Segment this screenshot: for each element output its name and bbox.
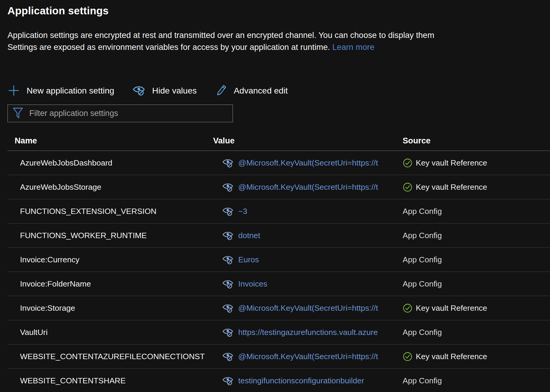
reveal-value-eye-icon [222, 279, 234, 289]
setting-value-link[interactable]: https://testingazurefunctions.vault.azur… [213, 327, 403, 337]
setting-source: Key vault Reference [403, 158, 550, 168]
setting-value-link[interactable]: dotnet [213, 231, 403, 241]
table-row: WEBSITE_CONTENTSHARE testingifunctionsco… [7, 369, 550, 392]
reveal-value-eye-icon [222, 327, 234, 337]
column-header-source: Source [403, 136, 550, 146]
hide-values-eye-icon [133, 85, 146, 96]
table-row: FUNCTIONS_EXTENSION_VERSION ~3 App Confi… [7, 199, 550, 223]
setting-name: Invoice:FolderName [7, 279, 213, 289]
setting-name: AzureWebJobsStorage [7, 183, 213, 192]
description-line-2: Settings are exposed as environment vari… [7, 41, 550, 53]
hide-values-label: Hide values [152, 86, 197, 96]
plus-icon [7, 84, 20, 97]
advanced-edit-label: Advanced edit [234, 86, 288, 96]
reveal-value-eye-icon [222, 158, 234, 168]
keyvault-check-icon [403, 158, 412, 168]
keyvault-check-icon [403, 182, 412, 192]
setting-source-text: Key vault Reference [416, 158, 487, 168]
table-row: VaultUri https://testingazurefunctions.v… [7, 320, 550, 344]
setting-source-text: App Config [403, 255, 442, 264]
description-line-1: Application settings are encrypted at re… [7, 29, 550, 41]
setting-source: App Config [403, 328, 550, 337]
table-row: Invoice:Currency Euros App Config [7, 248, 550, 272]
setting-source: Key vault Reference [403, 352, 550, 362]
setting-source: Key vault Reference [403, 182, 550, 192]
setting-source: App Config [403, 207, 550, 216]
pencil-icon [215, 84, 227, 97]
setting-value-text: @Microsoft.KeyVault(SecretUri=https://t [238, 352, 378, 361]
setting-name: VaultUri [7, 328, 213, 337]
setting-source-text: App Config [403, 376, 442, 385]
setting-source-text: Key vault Reference [416, 183, 487, 192]
setting-value-link[interactable]: @Microsoft.KeyVault(SecretUri=https://t [213, 303, 403, 313]
setting-source-text: App Config [403, 328, 442, 337]
table-row: FUNCTIONS_WORKER_RUNTIME dotnet App Conf… [7, 223, 550, 248]
setting-name: AzureWebJobsDashboard [7, 158, 213, 168]
setting-value-text: @Microsoft.KeyVault(SecretUri=https://t [238, 304, 378, 313]
page-description: Application settings are encrypted at re… [7, 29, 550, 53]
table-row: Invoice:FolderName Invoices App Config [7, 272, 550, 296]
setting-value-text: testingifunctionsconfigurationbuilder [238, 376, 364, 385]
settings-table-body: AzureWebJobsDashboard @Microsoft.KeyVaul… [7, 151, 550, 392]
reveal-value-eye-icon [222, 303, 234, 313]
table-row: Invoice:Storage @Microsoft.KeyVault(Secr… [7, 296, 550, 320]
setting-value-link[interactable]: @Microsoft.KeyVault(SecretUri=https://t [213, 158, 403, 168]
hide-values-button[interactable]: Hide values [133, 85, 197, 96]
new-application-setting-button[interactable]: New application setting [7, 84, 114, 97]
setting-source-text: App Config [403, 207, 442, 216]
application-settings-page: Application settings Application setting… [0, 0, 550, 392]
setting-source-text: Key vault Reference [416, 352, 487, 361]
reveal-value-eye-icon [222, 376, 234, 386]
setting-value-link[interactable]: @Microsoft.KeyVault(SecretUri=https://t [213, 352, 403, 362]
setting-source: App Config [403, 255, 550, 264]
setting-value-text: Invoices [238, 279, 267, 289]
keyvault-check-icon [403, 352, 412, 362]
setting-value-text: ~3 [238, 207, 247, 216]
setting-source-text: App Config [403, 231, 442, 240]
filter-box [7, 105, 233, 122]
setting-source: Key vault Reference [403, 303, 550, 313]
table-row: AzureWebJobsStorage @Microsoft.KeyVault(… [7, 175, 550, 199]
setting-name: WEBSITE_CONTENTAZUREFILECONNECTIONST [7, 352, 213, 361]
setting-name: Invoice:Currency [7, 255, 213, 264]
toolbar: New application setting Hide values Adva… [7, 84, 550, 97]
reveal-value-eye-icon [222, 231, 234, 241]
setting-value-link[interactable]: Invoices [213, 279, 403, 289]
setting-name: Invoice:Storage [7, 304, 213, 313]
setting-value-link[interactable]: testingifunctionsconfigurationbuilder [213, 376, 403, 386]
setting-source: App Config [403, 279, 550, 289]
table-row: WEBSITE_CONTENTAZUREFILECONNECTIONST @Mi… [7, 344, 550, 369]
setting-name: WEBSITE_CONTENTSHARE [7, 376, 213, 385]
setting-value-link[interactable]: @Microsoft.KeyVault(SecretUri=https://t [213, 182, 403, 192]
setting-value-text: dotnet [238, 231, 260, 240]
filter-funnel-icon [13, 107, 23, 120]
setting-value-text: @Microsoft.KeyVault(SecretUri=https://t [238, 183, 378, 192]
advanced-edit-button[interactable]: Advanced edit [215, 84, 288, 97]
setting-value-link[interactable]: Euros [213, 255, 403, 265]
reveal-value-eye-icon [222, 182, 234, 192]
setting-value-text: @Microsoft.KeyVault(SecretUri=https://t [238, 158, 378, 168]
table-row: AzureWebJobsDashboard @Microsoft.KeyVaul… [7, 151, 550, 175]
setting-name: FUNCTIONS_WORKER_RUNTIME [7, 231, 213, 240]
learn-more-link[interactable]: Learn more [332, 42, 375, 52]
setting-value-link[interactable]: ~3 [213, 206, 403, 216]
setting-value-text: https://testingazurefunctions.vault.azur… [238, 328, 378, 337]
setting-source: App Config [403, 231, 550, 240]
column-header-value: Value [213, 136, 403, 146]
page-title: Application settings [7, 0, 550, 17]
setting-source-text: App Config [403, 279, 442, 289]
table-header: Name Value Source [7, 122, 550, 151]
setting-source: App Config [403, 376, 550, 385]
keyvault-check-icon [403, 303, 412, 313]
setting-name: FUNCTIONS_EXTENSION_VERSION [7, 207, 213, 216]
reveal-value-eye-icon [222, 206, 234, 216]
setting-value-text: Euros [238, 255, 259, 264]
filter-application-settings-input[interactable] [29, 105, 233, 122]
setting-source-text: Key vault Reference [416, 304, 487, 313]
reveal-value-eye-icon [222, 352, 234, 362]
column-header-name: Name [7, 136, 213, 146]
reveal-value-eye-icon [222, 255, 234, 265]
application-settings-table: Name Value Source AzureWebJobsDashboard … [7, 122, 550, 392]
new-application-setting-label: New application setting [27, 86, 114, 96]
